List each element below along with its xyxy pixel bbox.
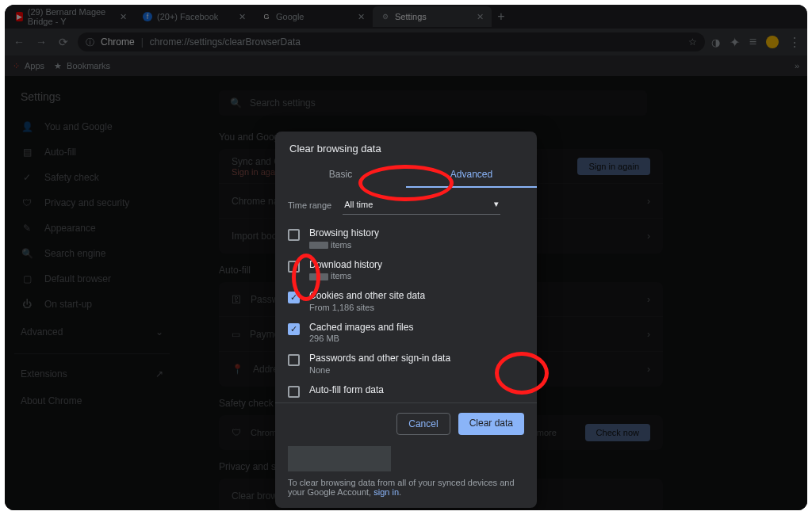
checkbox[interactable]: ✓: [288, 323, 300, 335]
clear-option[interactable]: Auto-fill form data: [275, 380, 537, 402]
option-title: Cookies and other site data: [309, 290, 425, 303]
time-range-row: Time range All time ▾: [275, 188, 537, 223]
option-title: Passwords and other sign-in data: [309, 353, 450, 365]
tab-advanced[interactable]: Advanced: [406, 162, 537, 188]
option-title: Browsing history: [309, 227, 379, 240]
modal-title: Clear browsing data: [275, 132, 537, 162]
tab-basic[interactable]: Basic: [275, 162, 406, 188]
redacted-count: [309, 273, 328, 280]
option-title: Download history: [309, 259, 382, 272]
clear-option[interactable]: Download historyitems: [275, 254, 537, 286]
clear-option[interactable]: ✓Cached images and files296 MB: [275, 317, 537, 349]
clear-option[interactable]: Passwords and other sign-in dataNone: [275, 348, 537, 380]
sync-footer: To clear browsing data from all of your …: [288, 478, 524, 497]
option-title: Cached images and files: [309, 322, 413, 334]
clear-data-modal: Clear browsing data Basic Advanced Time …: [275, 132, 537, 508]
cancel-button[interactable]: Cancel: [396, 413, 450, 435]
dropdown-icon: ▾: [494, 199, 499, 209]
time-range-label: Time range: [288, 200, 331, 210]
footer-text: To clear browsing data from all of your …: [288, 478, 515, 497]
modal-actions: Cancel Clear data: [275, 402, 537, 446]
checkbox[interactable]: [288, 386, 300, 398]
option-title: Auto-fill form data: [309, 384, 384, 397]
option-subtitle: items: [309, 271, 382, 280]
clear-option[interactable]: ✓Cookies and other site dataFrom 1,186 s…: [275, 285, 537, 317]
redacted-count: [309, 242, 328, 249]
sign-in-link[interactable]: sign in: [373, 487, 399, 497]
time-range-value: All time: [344, 200, 373, 209]
option-subtitle: 296 MB: [309, 334, 413, 343]
option-subtitle: items: [309, 240, 379, 250]
option-subtitle: From 1,186 sites: [309, 303, 425, 312]
clear-option[interactable]: Browsing historyitems: [275, 223, 537, 254]
option-subtitle: None: [309, 365, 450, 375]
time-range-select[interactable]: All time ▾: [343, 196, 500, 215]
clear-data-button[interactable]: Clear data: [458, 413, 524, 435]
modal-tabs: Basic Advanced: [275, 162, 537, 188]
placeholder-box: [288, 446, 391, 471]
checkbox[interactable]: [288, 229, 300, 241]
checkbox[interactable]: ✓: [288, 292, 300, 303]
checkbox[interactable]: [288, 354, 300, 366]
checkbox[interactable]: [288, 261, 300, 273]
